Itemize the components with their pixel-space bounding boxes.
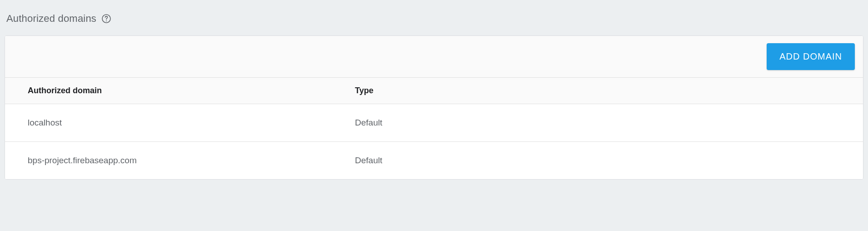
column-header-domain: Authorized domain (5, 86, 332, 95)
column-header-type: Type (332, 86, 863, 95)
table-header: Authorized domain Type (5, 78, 863, 104)
card-toolbar: ADD DOMAIN (5, 36, 863, 78)
table-row[interactable]: bps-project.firebaseapp.comDefault (5, 142, 863, 179)
section-title: Authorized domains (6, 13, 96, 25)
cell-type: Default (332, 156, 863, 166)
cell-type: Default (332, 118, 863, 128)
help-icon[interactable] (101, 13, 112, 24)
add-domain-button[interactable]: ADD DOMAIN (767, 43, 855, 70)
table-row[interactable]: localhostDefault (5, 104, 863, 142)
section-header: Authorized domains (5, 5, 863, 35)
svg-point-1 (106, 20, 107, 21)
cell-domain: localhost (5, 118, 332, 128)
cell-domain: bps-project.firebaseapp.com (5, 156, 332, 166)
domains-card: ADD DOMAIN Authorized domain Type localh… (5, 35, 863, 180)
